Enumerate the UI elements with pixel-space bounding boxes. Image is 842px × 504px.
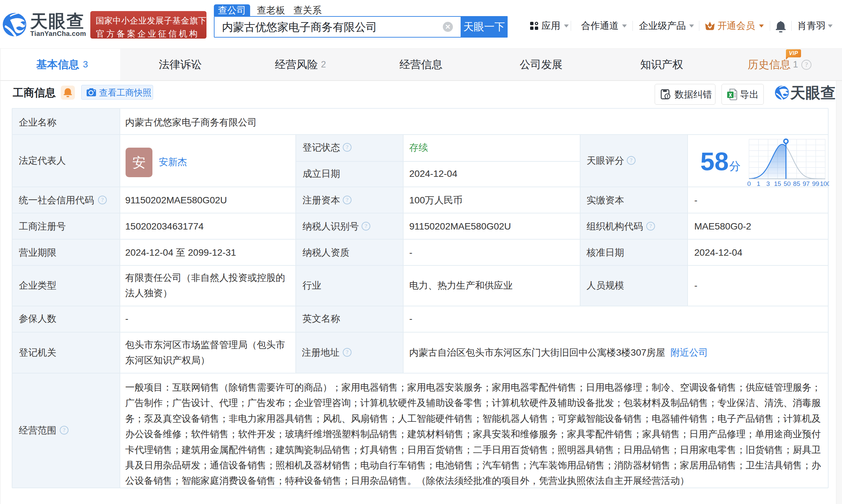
svg-text:15: 15: [774, 180, 781, 187]
svg-text:99: 99: [812, 180, 819, 187]
svg-text:3: 3: [767, 180, 770, 187]
svg-text:1: 1: [757, 180, 760, 187]
svg-text:97: 97: [803, 180, 810, 187]
svg-text:50: 50: [784, 180, 791, 187]
svg-text:100: 100: [820, 180, 829, 187]
svg-text:85: 85: [793, 180, 800, 187]
svg-text:0: 0: [747, 180, 751, 187]
